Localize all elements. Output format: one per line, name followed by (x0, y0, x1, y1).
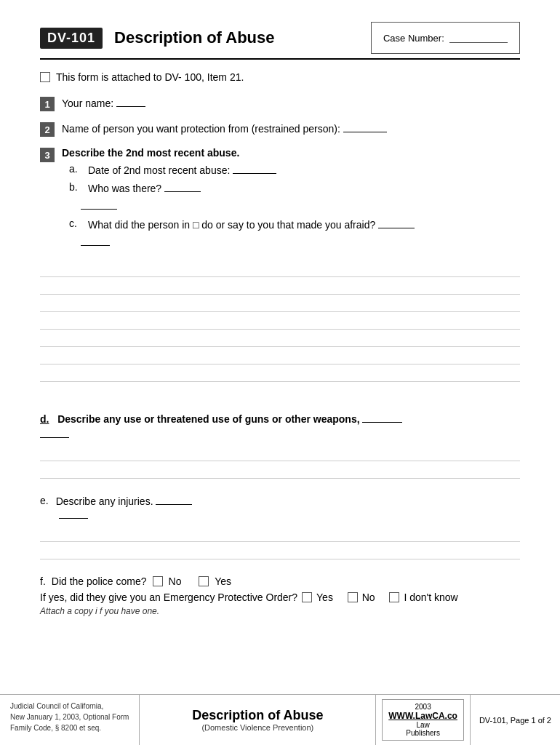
section-f: f. Did the police come? No Yes If yes, d… (40, 575, 520, 616)
item1-badge: 1 (40, 97, 55, 111)
item1-blank (116, 97, 145, 107)
case-number-box: Case Number: (371, 22, 520, 54)
item3-sub-a: a. Date of 2nd most recent abuse: (62, 163, 520, 178)
item3-content: Describe the 2nd most recent abuse. a. D… (62, 147, 520, 250)
section-d-line-2 (40, 461, 520, 479)
epo-yes-checkbox[interactable] (302, 592, 312, 602)
footer-logo-line1: Law (416, 721, 429, 729)
police-no-label: No (169, 575, 182, 587)
section-d-label: d. (40, 413, 49, 425)
section-d: d. Describe any use or threatened use of… (40, 413, 520, 480)
footer-left-line1: Judicial Council of California, (10, 701, 129, 712)
writing-line-4 (40, 312, 520, 330)
section-d-text: Describe any use or threatened use of gu… (57, 413, 359, 425)
writing-line-5 (40, 330, 520, 347)
header-row: DV-101 Description of Abuse Case Number: (40, 22, 520, 54)
item3-sub-c: c. What did the person in □ do or say to… (62, 218, 520, 233)
item3-row: 3 Describe the 2nd most recent abuse. a.… (40, 147, 520, 250)
sub-c-cont-blank (81, 236, 110, 246)
attachment-checkbox[interactable] (40, 72, 50, 82)
attachment-checkbox-row: This form is attached to DV- 100, Item 2… (40, 71, 520, 83)
form-id: DV-101 (40, 28, 103, 49)
footer-left-line3: Family Code, § 8200 et seq. (10, 722, 129, 733)
writing-line-3 (40, 295, 520, 312)
police-yes-label: Yes (215, 575, 231, 587)
footer-logo-area: 2003 WWW.LawCA.co Law Publishers (376, 695, 471, 745)
sub-b-cont-blank (81, 199, 117, 210)
footer-left-line2: New January 1, 2003, Optional Form (10, 712, 129, 722)
sub-b-label: b. (69, 181, 81, 196)
case-number-label: Case Number: (383, 33, 444, 44)
footer-logo-year: 2003 (415, 703, 431, 711)
item3-title: Describe the 2nd most recent abuse. (62, 147, 520, 159)
epo-text: If yes, did they give you an Emergency P… (40, 591, 297, 603)
footer: Judicial Council of California, New Janu… (0, 694, 560, 745)
item2-badge: 2 (40, 122, 55, 137)
section-d-title: d. Describe any use or threatened use of… (40, 413, 520, 425)
police-no-checkbox[interactable] (153, 576, 163, 586)
epo-no-checkbox[interactable] (348, 592, 358, 602)
writing-line-1 (40, 260, 520, 277)
sub-b-text: Who was there? (88, 181, 201, 196)
item1-row: 1 Your name: (40, 96, 520, 111)
footer-logo-url: WWW.LawCA.co (388, 711, 457, 721)
section-e-line-1 (40, 525, 520, 542)
section-d-blank (362, 413, 402, 423)
footer-page-ref: DV-101, Page 1 of 2 (479, 716, 551, 725)
writing-line-2 (40, 277, 520, 295)
item2-content: Name of person you want protection from … (62, 121, 520, 137)
epo-dk-label: I don't know (404, 591, 457, 603)
writing-line-6 (40, 347, 520, 364)
police-text: Did the police come? (52, 575, 147, 587)
sub-c-label: c. (69, 218, 81, 233)
section-f-label: f. (40, 575, 46, 587)
writing-line-7 (40, 364, 520, 382)
sub-a-text: Date of 2nd most recent abuse: (88, 163, 276, 178)
police-row: f. Did the police come? No Yes (40, 575, 520, 587)
section-d-cont-blank (40, 428, 69, 438)
section-e-line-2 (40, 542, 520, 559)
section-e-text: Describe any injuries. (56, 495, 193, 507)
footer-right: DV-101, Page 1 of 2 (471, 695, 560, 745)
item1-label: Your name: (62, 97, 113, 109)
section-e-label: e. (40, 495, 49, 506)
item1-content: Your name: (62, 96, 520, 111)
police-yes-checkbox[interactable] (199, 576, 209, 586)
footer-logo-box: 2003 WWW.LawCA.co Law Publishers (382, 699, 464, 741)
header-divider (40, 58, 520, 60)
section-d-writing-area (40, 444, 520, 480)
epo-yes-label: Yes (316, 591, 333, 603)
sub-a-label: a. (69, 163, 81, 178)
item3-badge: 3 (40, 148, 55, 162)
item2-row: 2 Name of person you want protection fro… (40, 121, 520, 137)
sub-b-blank (164, 182, 201, 192)
attach-note: Attach a copy i f you have one. (40, 606, 520, 616)
sub-c-text: What did the person in □ do or say to yo… (88, 218, 415, 233)
item2-label: Name of person you want protection from … (62, 123, 340, 135)
item3-sub-b: b. Who was there? (62, 181, 520, 196)
section-d-line-1 (40, 444, 520, 461)
section-e: e. Describe any injuries. (40, 495, 520, 561)
footer-center: Description of Abuse (Domestic Violence … (140, 695, 376, 745)
form-title-header: Description of Abuse (114, 28, 274, 47)
sub-a-blank (233, 164, 276, 174)
epo-row: If yes, did they give you an Emergency P… (40, 591, 520, 603)
section-e-blank (156, 495, 192, 505)
epo-no-label: No (362, 591, 375, 603)
section-c-writing-area (40, 260, 520, 391)
footer-center-sub: (Domestic Violence Prevention) (201, 723, 313, 732)
footer-center-title: Description of Abuse (192, 708, 323, 723)
item2-blank (343, 122, 387, 132)
section-e-writing-area (40, 525, 520, 561)
header-left: DV-101 Description of Abuse (40, 28, 274, 49)
footer-logo-line2: Publishers (406, 729, 440, 737)
page-container: DV-101 Description of Abuse Case Number:… (0, 0, 560, 745)
epo-dk-checkbox[interactable] (389, 592, 399, 602)
section-e-cont-blank (59, 509, 88, 519)
attachment-text: This form is attached to DV- 100, Item 2… (56, 71, 244, 83)
sub-c-blank (378, 218, 415, 228)
footer-left: Judicial Council of California, New Janu… (0, 695, 140, 745)
